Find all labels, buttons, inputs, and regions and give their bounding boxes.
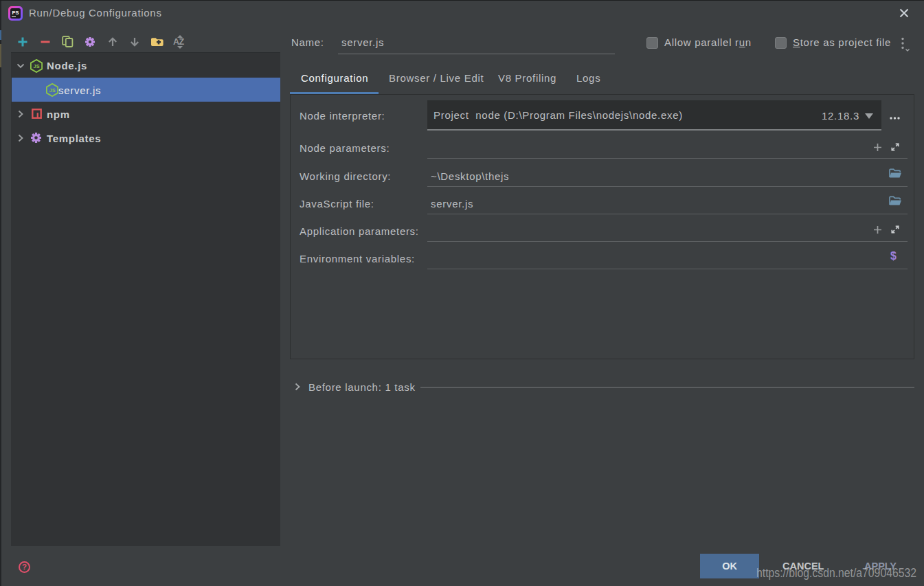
svg-text:JS: JS <box>49 87 56 93</box>
svg-text:JS: JS <box>34 63 40 69</box>
